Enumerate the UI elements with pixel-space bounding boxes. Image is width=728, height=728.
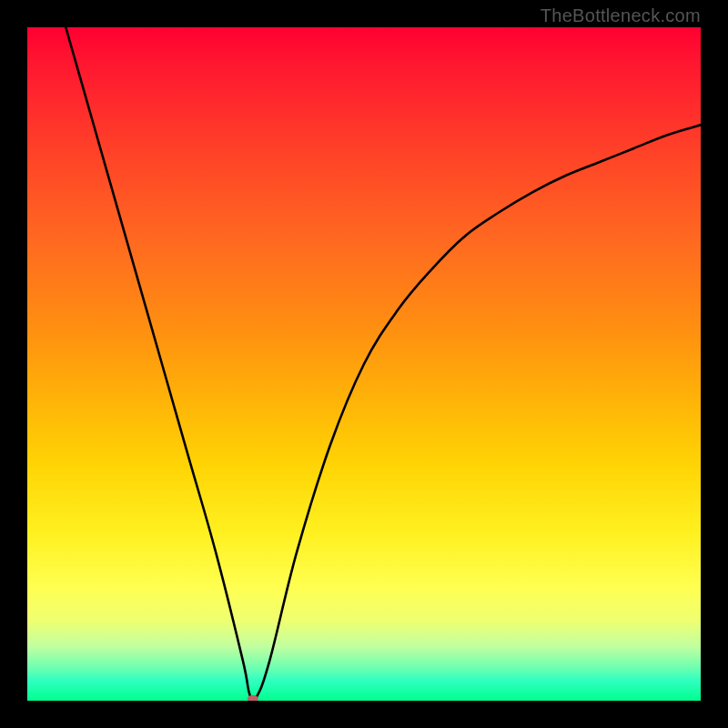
curve-group [55,27,701,701]
chart-container: TheBottleneck.com [0,0,728,728]
curve-path [55,27,701,701]
minimum-marker [248,695,258,701]
marker-group [248,695,258,701]
plot-area [27,27,701,701]
curve-svg [27,27,701,701]
watermark-text: TheBottleneck.com [541,5,701,26]
